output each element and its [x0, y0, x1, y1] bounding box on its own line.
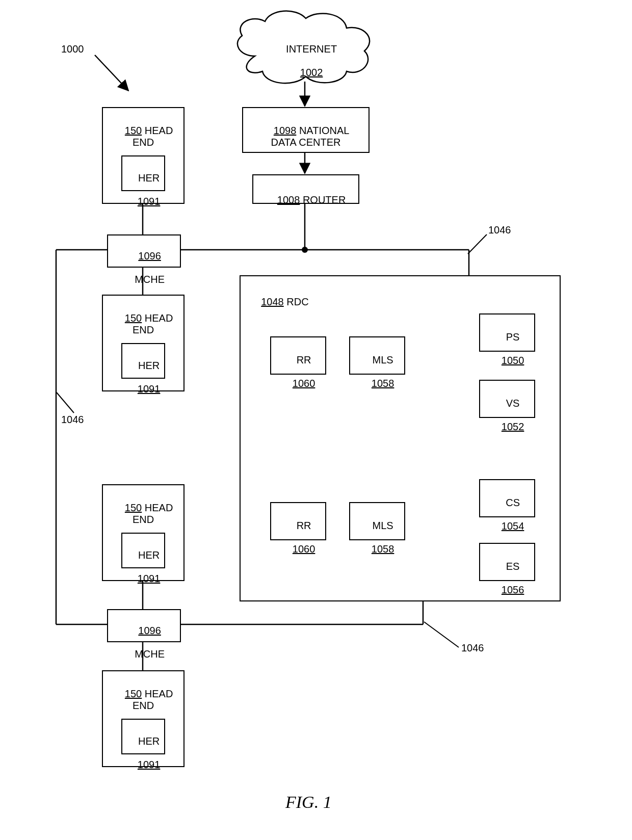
- headend-label: 150 HEAD END: [107, 301, 179, 348]
- es-name: ES: [506, 561, 520, 572]
- mche-label: 1096 MCHE: [107, 239, 181, 297]
- headend-label: 150 HEAD END: [107, 676, 179, 723]
- mche-id: 1096: [138, 250, 161, 261]
- headend-id: 150: [125, 312, 142, 324]
- mls-id: 1058: [372, 378, 394, 389]
- svg-line-15: [95, 55, 128, 91]
- mche-id: 1096: [138, 625, 161, 636]
- rr-name: RR: [297, 520, 311, 531]
- her-label: HER 1091: [121, 724, 165, 782]
- ps-name: PS: [506, 331, 520, 343]
- her-label: HER 1091: [121, 348, 165, 407]
- ndc-label: 1098 NATIONAL DATA CENTER: [247, 113, 364, 160]
- headend-label: 150 HEAD END: [107, 490, 179, 537]
- rr-id: 1060: [293, 543, 315, 555]
- her-label: HER 1091: [121, 538, 165, 596]
- es-label: ES 1056: [479, 549, 535, 608]
- internet-name: INTERNET: [286, 43, 337, 55]
- mls-id: 1058: [372, 543, 394, 555]
- ref-1046-lower-right: 1046: [461, 642, 484, 654]
- vs-name: VS: [506, 398, 520, 409]
- her-id: 1091: [138, 573, 161, 584]
- vs-label: VS 1052: [479, 386, 535, 444]
- router-name: ROUTER: [303, 194, 346, 205]
- internet-id: 1002: [300, 67, 323, 78]
- ps-label: PS 1050: [479, 320, 535, 378]
- router-id: 1008: [277, 194, 300, 205]
- her-id: 1091: [138, 196, 161, 207]
- internet-label: INTERNET 1002: [268, 32, 344, 90]
- rdc-name: RDC: [286, 296, 308, 307]
- headend-id: 150: [125, 125, 142, 136]
- diagram-canvas: INTERNET 1002 1000 1098 NATIONAL DATA CE…: [0, 0, 632, 840]
- mls-label: MLS 1058: [349, 508, 405, 567]
- rr-id: 1060: [293, 378, 315, 389]
- her-name: HER: [138, 172, 160, 183]
- rr-name: RR: [297, 354, 311, 365]
- ndc-id: 1098: [274, 125, 297, 136]
- ref-1046-left: 1046: [61, 414, 84, 426]
- her-id: 1091: [138, 759, 161, 770]
- ref-1046-upper-right: 1046: [488, 224, 511, 236]
- mls-name: MLS: [373, 354, 393, 365]
- her-name: HER: [138, 549, 160, 561]
- mls-name: MLS: [373, 520, 393, 531]
- mche-name: MCHE: [135, 274, 165, 285]
- cs-name: CS: [506, 497, 520, 508]
- cs-id: 1054: [502, 520, 524, 532]
- rdc-id: 1048: [261, 296, 284, 307]
- headend-id: 150: [125, 502, 142, 513]
- her-name: HER: [138, 736, 160, 747]
- headend-label: 150 HEAD END: [107, 113, 179, 160]
- vs-id: 1052: [502, 421, 524, 432]
- her-label: HER 1091: [121, 161, 165, 219]
- cs-label: CS 1054: [479, 485, 535, 544]
- rr-label: RR 1060: [270, 343, 326, 401]
- figure-label: FIG. 1: [285, 793, 332, 812]
- her-name: HER: [138, 360, 160, 371]
- mls-label: MLS 1058: [349, 343, 405, 401]
- rdc-label: 1048 RDC: [250, 284, 309, 320]
- her-id: 1091: [138, 383, 161, 395]
- mche-name: MCHE: [135, 648, 165, 660]
- rr-label: RR 1060: [270, 508, 326, 567]
- ps-id: 1050: [502, 355, 524, 366]
- svg-point-3: [302, 247, 308, 253]
- es-id: 1056: [502, 584, 524, 595]
- ref-1000: 1000: [61, 43, 84, 55]
- headend-id: 150: [125, 688, 142, 699]
- mche-label: 1096 MCHE: [107, 613, 181, 672]
- router-label: 1008 ROUTER: [257, 182, 354, 218]
